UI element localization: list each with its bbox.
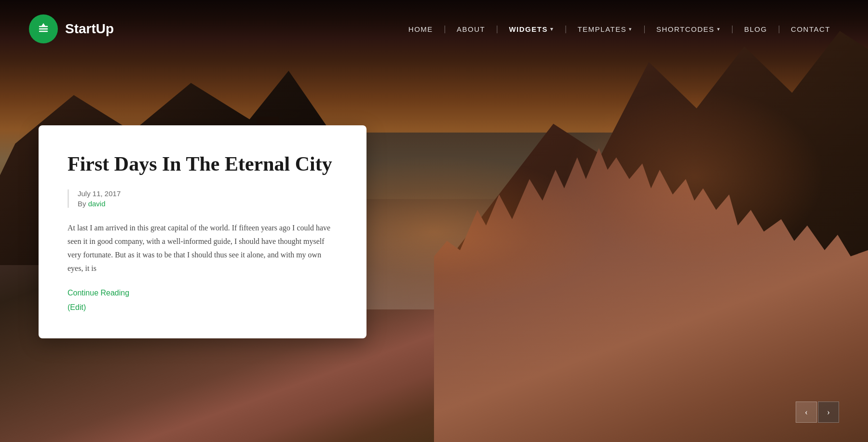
nav-link-about[interactable]: ABOUT bbox=[448, 21, 494, 37]
blog-meta: July 11, 2017 By david bbox=[68, 189, 338, 208]
nav-link-home[interactable]: HOME bbox=[400, 21, 442, 37]
edit-link[interactable]: (Edit) bbox=[68, 303, 338, 312]
nav-link-contact[interactable]: CONTACT bbox=[782, 21, 839, 37]
nav-item-blog[interactable]: BLOG bbox=[729, 21, 776, 37]
glow-right bbox=[564, 88, 825, 265]
nav-item-home[interactable]: HOME bbox=[400, 21, 442, 37]
blog-date: July 11, 2017 bbox=[78, 189, 338, 198]
nav-links: HOME ABOUT WIDGETS TEMPLATES SHORTCODES … bbox=[400, 21, 839, 37]
nav-item-widgets[interactable]: WIDGETS bbox=[494, 21, 562, 37]
nav-item-contact[interactable]: CONTACT bbox=[776, 21, 839, 37]
continue-reading-link[interactable]: Continue Reading bbox=[68, 289, 338, 297]
logo-area: StartUp bbox=[29, 14, 114, 43]
blog-excerpt: At last I am arrived in this great capit… bbox=[68, 221, 338, 275]
blog-card: First Days In The Eternal City July 11, … bbox=[39, 125, 366, 338]
navbar: StartUp HOME ABOUT WIDGETS TEMPLATES SHO… bbox=[0, 0, 868, 58]
slider-next-button[interactable]: › bbox=[818, 402, 839, 423]
blog-author-line: By david bbox=[78, 200, 338, 208]
blog-author-prefix: By bbox=[78, 200, 88, 208]
blog-title: First Days In The Eternal City bbox=[68, 152, 338, 176]
nav-item-templates[interactable]: TEMPLATES bbox=[562, 21, 641, 37]
logo-text: StartUp bbox=[65, 21, 114, 37]
next-icon: › bbox=[827, 407, 830, 417]
nav-item-shortcodes[interactable]: SHORTCODES bbox=[641, 21, 729, 37]
slider-prev-button[interactable]: ‹ bbox=[796, 402, 817, 423]
prev-icon: ‹ bbox=[805, 407, 808, 417]
blog-author-link[interactable]: david bbox=[88, 200, 106, 208]
logo-icon bbox=[29, 14, 58, 43]
slider-arrows: ‹ › bbox=[796, 402, 839, 423]
nav-link-widgets[interactable]: WIDGETS bbox=[500, 21, 562, 37]
nav-item-about[interactable]: ABOUT bbox=[442, 21, 494, 37]
nav-link-blog[interactable]: BLOG bbox=[735, 21, 776, 37]
nav-link-shortcodes[interactable]: SHORTCODES bbox=[648, 21, 729, 37]
nav-link-templates[interactable]: TEMPLATES bbox=[569, 21, 641, 37]
logo-svg bbox=[35, 20, 52, 38]
